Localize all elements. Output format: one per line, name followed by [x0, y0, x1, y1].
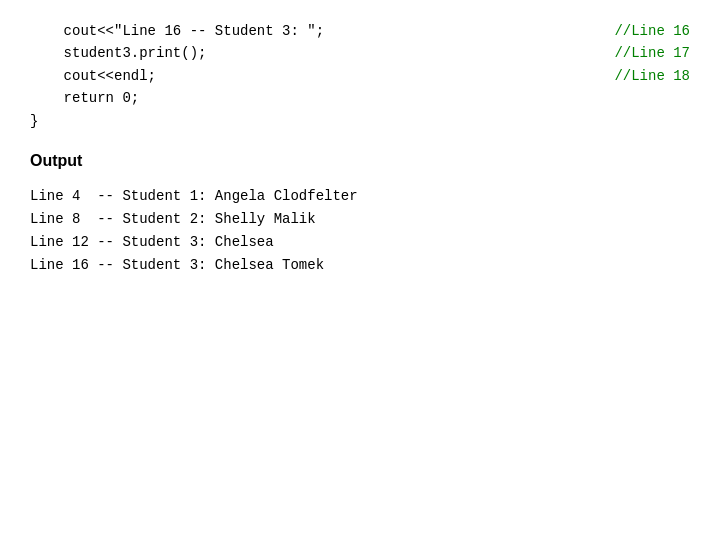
code-text-return: return 0;: [30, 87, 139, 109]
code-block: cout<<"Line 16 -- Student 3: "; //Line 1…: [30, 20, 690, 277]
comment-17: //Line 17: [574, 42, 690, 64]
code-text-18: cout<<endl;: [30, 65, 156, 87]
output-line-4: Line 16 -- Student 3: Chelsea Tomek: [30, 254, 690, 277]
code-text-16: cout<<"Line 16 -- Student 3: ";: [30, 20, 324, 42]
code-section: cout<<"Line 16 -- Student 3: "; //Line 1…: [30, 20, 690, 132]
code-text-brace: }: [30, 110, 38, 132]
output-heading: Output: [30, 152, 690, 170]
code-line-17: student3.print(); //Line 17: [30, 42, 690, 64]
output-section: Line 4 -- Student 1: Angela Clodfelter L…: [30, 185, 690, 277]
code-line-brace: }: [30, 110, 690, 132]
code-line-18: cout<<endl; //Line 18: [30, 65, 690, 87]
output-line-1: Line 4 -- Student 1: Angela Clodfelter: [30, 185, 690, 208]
code-line-16: cout<<"Line 16 -- Student 3: "; //Line 1…: [30, 20, 690, 42]
code-line-return: return 0;: [30, 87, 690, 109]
output-line-3: Line 12 -- Student 3: Chelsea: [30, 231, 690, 254]
output-line-2: Line 8 -- Student 2: Shelly Malik: [30, 208, 690, 231]
comment-16: //Line 16: [574, 20, 690, 42]
code-text-17: student3.print();: [30, 42, 206, 64]
comment-18: //Line 18: [574, 65, 690, 87]
